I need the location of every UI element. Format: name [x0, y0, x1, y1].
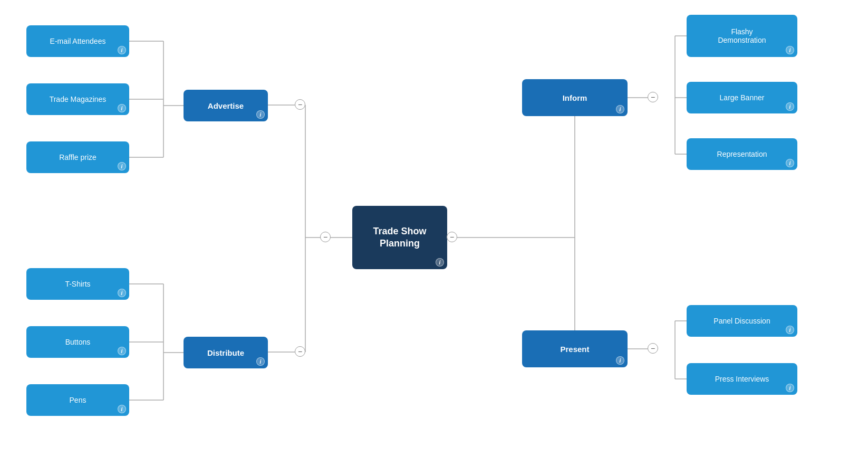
collapse-center-left[interactable]: −: [320, 232, 331, 242]
pens-label: Pens: [70, 396, 86, 404]
panel-discussion-info[interactable]: i: [786, 326, 794, 334]
pens-info[interactable]: i: [118, 405, 126, 413]
present-label: Present: [560, 345, 589, 354]
present-info[interactable]: i: [616, 356, 624, 365]
advertise-info[interactable]: i: [256, 110, 265, 119]
large-banner-label: Large Banner: [720, 93, 765, 102]
center-info-badge[interactable]: i: [436, 258, 444, 267]
node-distribute[interactable]: Distribute i: [184, 337, 268, 368]
buttons-label: Buttons: [65, 338, 90, 346]
node-press-interviews[interactable]: Press Interviews i: [687, 363, 797, 395]
tshirts-info[interactable]: i: [118, 289, 126, 297]
email-attendees-label: E-mail Attendees: [50, 37, 106, 45]
node-large-banner[interactable]: Large Banner i: [687, 82, 797, 113]
press-interviews-label: Press Interviews: [715, 375, 769, 383]
buttons-info[interactable]: i: [118, 347, 126, 355]
raffle-prize-info[interactable]: i: [118, 162, 126, 170]
representation-info[interactable]: i: [786, 159, 794, 167]
inform-info[interactable]: i: [616, 105, 624, 113]
collapse-right-upper[interactable]: −: [648, 92, 658, 102]
center-label: Trade ShowPlanning: [373, 225, 426, 250]
trade-magazines-label: Trade Magazines: [50, 95, 107, 103]
collapse-center-right[interactable]: −: [447, 232, 457, 242]
center-node[interactable]: Trade ShowPlanning i: [352, 206, 447, 269]
distribute-info[interactable]: i: [256, 357, 265, 366]
node-representation[interactable]: Representation i: [687, 138, 797, 170]
collapse-left-lower[interactable]: −: [295, 346, 305, 357]
trade-magazines-info[interactable]: i: [118, 104, 126, 112]
collapse-left-upper[interactable]: −: [295, 99, 305, 110]
press-interviews-info[interactable]: i: [786, 384, 794, 392]
node-inform[interactable]: Inform i: [522, 79, 628, 116]
node-present[interactable]: Present i: [522, 330, 628, 367]
node-raffle-prize[interactable]: Raffle prize i: [26, 141, 129, 173]
node-panel-discussion[interactable]: Panel Discussion i: [687, 305, 797, 337]
advertise-label: Advertise: [208, 101, 244, 110]
flashy-demo-info[interactable]: i: [786, 46, 794, 54]
panel-discussion-label: Panel Discussion: [713, 317, 770, 325]
email-attendees-info[interactable]: i: [118, 46, 126, 54]
node-trade-magazines[interactable]: Trade Magazines i: [26, 83, 129, 115]
inform-label: Inform: [563, 93, 587, 102]
large-banner-info[interactable]: i: [786, 102, 794, 111]
node-tshirts[interactable]: T-Shirts i: [26, 268, 129, 300]
node-advertise[interactable]: Advertise i: [184, 90, 268, 121]
node-flashy-demo[interactable]: FlashyDemonstration i: [687, 15, 797, 57]
raffle-prize-label: Raffle prize: [59, 153, 97, 162]
node-pens[interactable]: Pens i: [26, 384, 129, 416]
flashy-demo-label: FlashyDemonstration: [718, 27, 766, 44]
node-email-attendees[interactable]: E-mail Attendees i: [26, 25, 129, 57]
distribute-label: Distribute: [207, 348, 244, 357]
node-buttons[interactable]: Buttons i: [26, 326, 129, 358]
collapse-right-lower[interactable]: −: [648, 343, 658, 354]
tshirts-label: T-Shirts: [65, 280, 90, 288]
representation-label: Representation: [717, 150, 767, 158]
